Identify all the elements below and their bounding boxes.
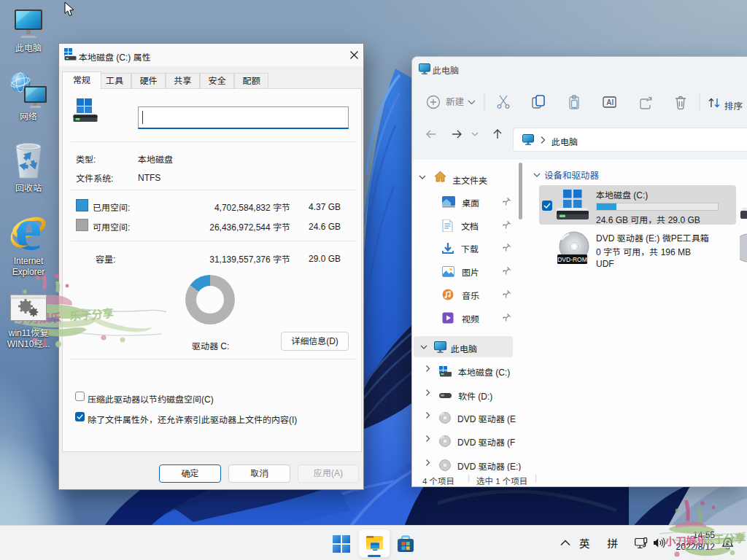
svg-text:A: A	[607, 98, 612, 106]
svg-text:小刀娱乐: 小刀娱乐	[665, 532, 708, 548]
svg-text:DVD-ROM: DVD-ROM	[557, 256, 587, 263]
svg-text:新建: 新建	[446, 94, 465, 108]
svg-text:乐于分享: 乐于分享	[703, 529, 746, 547]
svg-text:e: e	[15, 216, 42, 254]
svg-text:乐于分享: 乐于分享	[69, 305, 114, 323]
